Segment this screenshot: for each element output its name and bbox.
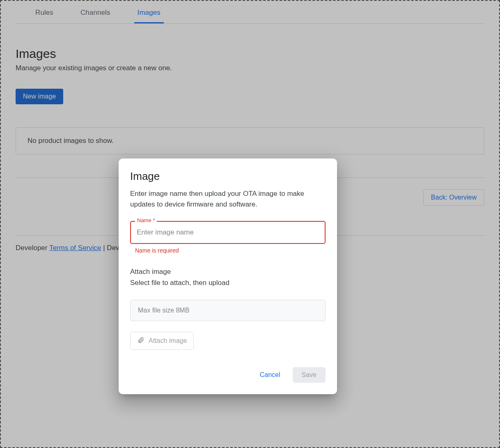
name-field-label: Name * <box>135 217 157 223</box>
attach-section-desc: Select file to attach, then upload <box>130 278 326 288</box>
dialog-title: Image <box>130 170 326 183</box>
image-name-input[interactable] <box>130 221 326 244</box>
attach-image-button[interactable]: Attach image <box>130 332 194 350</box>
dialog-description: Enter image name then upload your OTA im… <box>130 188 326 209</box>
paperclip-icon <box>137 336 144 345</box>
save-button: Save <box>293 367 326 383</box>
attach-section-title: Attach image <box>130 268 326 276</box>
cancel-button[interactable]: Cancel <box>256 368 284 382</box>
name-field-error: Name is required <box>135 247 326 254</box>
image-dialog: Image Enter image name then upload your … <box>119 159 337 394</box>
file-size-hint: Max file size 8MB <box>130 300 326 321</box>
attach-image-label: Attach image <box>149 337 187 345</box>
